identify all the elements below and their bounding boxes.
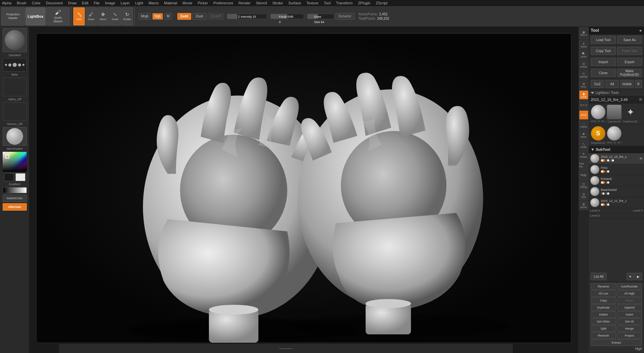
subtool-toggle-b-2[interactable]: [606, 181, 610, 184]
subtool-toggle-2[interactable]: [601, 181, 605, 184]
black-swatch[interactable]: [4, 173, 14, 181]
subtool-toggle-b-1[interactable]: [606, 170, 610, 173]
import-button[interactable]: Import: [591, 58, 616, 66]
merge-button[interactable]: Merge: [617, 325, 642, 332]
subtool-toggle-b-4[interactable]: [606, 203, 610, 206]
duplicate-button[interactable]: Duplicate: [591, 304, 616, 311]
white-swatch[interactable]: [15, 173, 25, 181]
current-tool-name[interactable]: 2015_12_16_fire_3.48 R: [589, 96, 644, 103]
polymesh-preview-thumb[interactable]: ✦: [623, 105, 638, 119]
canvas-area[interactable]: [29, 27, 578, 353]
move-button[interactable]: ✥ Move: [97, 7, 109, 25]
subtool-item-4[interactable]: 2015_12_11_fire_1: [589, 197, 644, 208]
make-polymesh3d-button[interactable]: Make PolyMesh3D: [617, 69, 642, 77]
texture-swatch[interactable]: [3, 102, 27, 121]
menu-render[interactable]: Render: [238, 1, 251, 5]
scale-button[interactable]: ⤡ Scale: [109, 7, 121, 25]
visible-button[interactable]: Visible: [620, 80, 634, 88]
menu-file[interactable]: File: [93, 1, 100, 5]
scroll-button[interactable]: ⇕ Scroll: [579, 40, 588, 49]
copy-tool-button[interactable]: Copy Tool: [591, 47, 616, 55]
frame-button[interactable]: ⬚ Frame: [579, 120, 588, 130]
hyz-button[interactable]: H Y Z: [579, 100, 588, 110]
subtool-eye-0[interactable]: 👁: [639, 157, 643, 160]
menu-tool[interactable]: Tool: [323, 1, 331, 5]
copy-subtool-button[interactable]: Copy: [591, 297, 616, 304]
all-high-button[interactable]: All High: [617, 290, 642, 297]
aahalf-button[interactable]: ½ AAHalf: [579, 70, 588, 80]
draw-size-slider[interactable]: Draw Size 64: [307, 14, 334, 19]
delete-button[interactable]: Delete: [591, 311, 616, 318]
menu-picker[interactable]: Picker: [197, 1, 209, 5]
menu-texture[interactable]: Texture: [306, 1, 319, 5]
goz-button[interactable]: GoZ: [591, 80, 604, 88]
poly-button[interactable]: Poly: [579, 170, 588, 180]
zsub-button[interactable]: Zsub: [192, 13, 206, 20]
scale-canvas-button[interactable]: ⤡ Scale: [579, 140, 588, 150]
rgb-button[interactable]: Rgb: [152, 13, 163, 20]
menu-image[interactable]: Image: [104, 1, 116, 5]
paste-subtool-button[interactable]: Paste: [617, 297, 642, 304]
menu-draw[interactable]: Draw: [67, 1, 77, 5]
subtool-item-2[interactable]: Extract5: [589, 175, 644, 186]
menu-brush[interactable]: Brush: [16, 1, 27, 5]
list-down-button[interactable]: ▼: [627, 273, 634, 280]
rotate-button[interactable]: ↻ Rotate: [122, 7, 133, 25]
projection-master-button[interactable]: ProjectionMaster: [1, 7, 25, 25]
switch-color-button[interactable]: SwitchColor: [3, 195, 27, 202]
move-canvas-button[interactable]: ✥ Move: [579, 130, 588, 140]
menu-material[interactable]: Material: [163, 1, 178, 5]
menu-stencil[interactable]: Stencil: [255, 1, 268, 5]
append-button[interactable]: Append: [617, 304, 642, 311]
menu-light[interactable]: Light: [135, 1, 144, 5]
subtool-item-1[interactable]: Fire1: [589, 164, 644, 175]
transp-button[interactable]: ◫ Transp: [579, 181, 588, 190]
subtool-toggle-c-0[interactable]: [610, 159, 614, 162]
remesh-button[interactable]: Remesh: [591, 332, 616, 339]
menu-macro[interactable]: Macro: [148, 1, 160, 5]
menu-color[interactable]: Color: [31, 1, 41, 5]
subtool-toggle-0[interactable]: [601, 159, 605, 162]
m-button[interactable]: M: [164, 13, 172, 20]
subtool-toggle-b-0[interactable]: [606, 159, 610, 162]
dynamic-button[interactable]: Dynamic: [335, 13, 354, 20]
extract-button[interactable]: Extract: [591, 339, 642, 346]
gradient-bar[interactable]: [3, 187, 27, 193]
load-tool-button[interactable]: Load Tool: [591, 36, 616, 44]
subtool-toggle-4[interactable]: [601, 203, 605, 206]
collapse-tool-panel-icon[interactable]: ◄: [638, 28, 642, 32]
rotate-canvas-button[interactable]: ↻ Rotate: [579, 150, 588, 160]
actual-button[interactable]: ⊡ Actual: [579, 60, 588, 70]
color-picker[interactable]: [3, 152, 27, 172]
zadd-button[interactable]: Zadd: [177, 13, 191, 20]
project-button[interactable]: Project: [617, 332, 642, 339]
draw-button[interactable]: 🖊 Draw: [85, 7, 97, 25]
menu-surface[interactable]: Surface: [288, 1, 302, 5]
use-fill-button[interactable]: Use Fill: [579, 160, 588, 170]
xpose-button[interactable]: ⊞ Xpose: [579, 201, 588, 210]
material-swatch[interactable]: [3, 127, 27, 146]
subtool-header[interactable]: ▼ SubTool: [589, 146, 644, 153]
main-canvas[interactable]: [36, 33, 571, 343]
edit-button[interactable]: ✏️ Edit: [73, 7, 85, 25]
local-button[interactable]: ◉ Local: [579, 90, 588, 100]
menu-stroke[interactable]: Stroke: [272, 1, 284, 5]
clone-button[interactable]: Clone: [591, 69, 616, 77]
subtool-item-3[interactable]: BaseSockel: [589, 186, 644, 197]
dot-brush-preview[interactable]: [3, 58, 27, 72]
zcutoff-button[interactable]: Zcutoff: [208, 13, 224, 20]
menu-edit[interactable]: Edit: [81, 1, 89, 5]
all-button[interactable]: All: [606, 80, 619, 88]
z-intensity-slider[interactable]: Z Intensity 25: [227, 14, 267, 19]
lightbox-button[interactable]: LightBox: [25, 7, 46, 25]
export-button[interactable]: Export: [617, 58, 642, 66]
fire-preview-thumb[interactable]: [607, 126, 622, 141]
paste-tool-button[interactable]: Paste Tool: [617, 47, 642, 55]
solo-button[interactable]: ◎ Solo: [579, 191, 588, 200]
save-as-button[interactable]: Save As: [617, 36, 642, 44]
floor-button[interactable]: ⊟ Floor: [579, 80, 588, 90]
brush-swatch[interactable]: [3, 28, 27, 52]
del-all-button[interactable]: Del All: [617, 318, 642, 325]
lightbox-tools-section[interactable]: Lightbox> Tools: [589, 90, 644, 96]
menu-document[interactable]: Document: [45, 1, 63, 5]
